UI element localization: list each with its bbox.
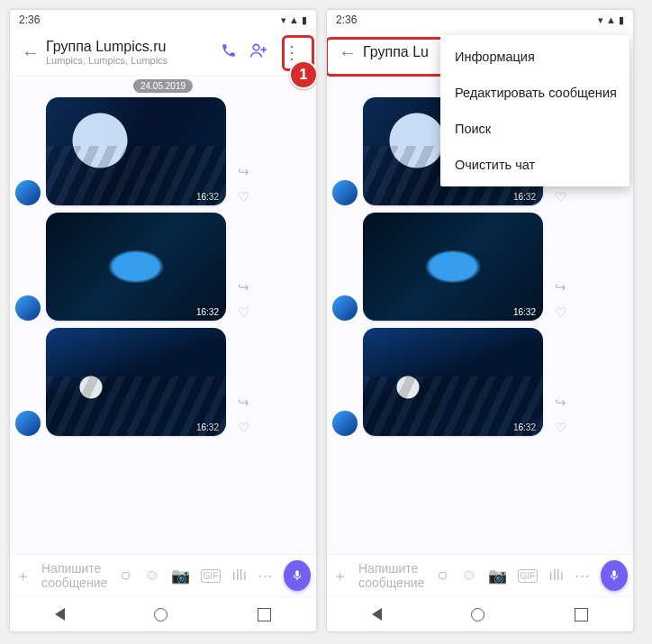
message-time: 16:32	[513, 307, 536, 317]
message-time: 16:32	[513, 192, 536, 202]
back-icon[interactable]: ←	[332, 42, 363, 63]
message-input[interactable]: Напишите сообщение	[358, 561, 424, 590]
status-bar: 2:36 ▾ ▲ ▮	[327, 10, 633, 30]
share-icon[interactable]: ↪	[555, 279, 566, 295]
emoji-icon[interactable]: ☺	[144, 567, 159, 585]
attach-icon[interactable]: ＋	[332, 566, 348, 586]
message-time: 16:32	[196, 192, 219, 202]
more-input-icon[interactable]: ⋯	[575, 567, 590, 585]
mic-button[interactable]	[601, 560, 628, 591]
nav-recent[interactable]	[575, 608, 588, 621]
message-row: 16:32 ↪ ♡	[15, 213, 311, 321]
message-image[interactable]: 16:32	[363, 328, 543, 436]
menu-item-search[interactable]: Поиск	[440, 111, 629, 147]
message-input[interactable]: Напишите сообщение	[41, 561, 107, 590]
chat-area[interactable]: 24.05.2019 16:32 ↪ ♡ 16:32 ↪ ♡ 1	[10, 76, 316, 554]
share-icon[interactable]: ↪	[238, 279, 249, 295]
phone-screen-left: 2:36 ▾ ▲ ▮ ← Группа Lumpics.ru Lumpics, …	[9, 9, 317, 632]
appbar-actions	[221, 41, 311, 64]
options-menu: Информация Редактировать сообщения Поиск…	[440, 35, 629, 186]
battery-icon: ▮	[302, 14, 307, 26]
reaction-column: ↪ ♡	[231, 164, 255, 205]
more-icon	[283, 41, 301, 63]
share-icon[interactable]: ↪	[238, 395, 249, 411]
cat-sticker-icon[interactable]: ㅇ	[435, 566, 450, 586]
signal-icon: ▲	[606, 14, 616, 25]
wifi-icon: ▾	[598, 14, 603, 26]
message-row: 16:32 ↪ ♡	[15, 328, 311, 436]
nav-back[interactable]	[55, 608, 65, 621]
heart-icon[interactable]: ♡	[238, 304, 249, 321]
message-time: 16:32	[196, 422, 219, 432]
nav-home[interactable]	[471, 608, 484, 621]
call-icon[interactable]	[221, 42, 237, 63]
chat-title: Группа Lumpics.ru	[46, 39, 221, 55]
annotation-badge-1: 1	[289, 60, 317, 89]
menu-item-info[interactable]: Информация	[440, 39, 629, 75]
android-nav-bar	[327, 596, 633, 631]
heart-icon[interactable]: ♡	[555, 420, 566, 436]
back-icon[interactable]: ←	[15, 42, 46, 63]
nav-back[interactable]	[372, 608, 382, 621]
camera-icon[interactable]: 📷	[171, 567, 190, 585]
wifi-icon: ▾	[281, 14, 286, 26]
gif-icon[interactable]: GIF	[201, 569, 222, 583]
avatar[interactable]	[332, 180, 358, 205]
gif-icon[interactable]: GIF	[518, 569, 539, 583]
avatar[interactable]	[332, 411, 358, 436]
title-block[interactable]: Группа Lumpics.ru Lumpics, Lumpics, Lump…	[46, 39, 221, 66]
chat-subtitle: Lumpics, Lumpics, Lumpics	[46, 55, 221, 66]
mic-button[interactable]	[284, 560, 311, 591]
avatar[interactable]	[15, 180, 41, 205]
heart-icon[interactable]: ♡	[555, 304, 566, 321]
avatar[interactable]	[15, 295, 41, 321]
message-row: 16:32 ↪♡	[332, 213, 628, 321]
emoji-icon[interactable]: ☺	[461, 567, 476, 585]
input-bar: ＋ Напишите сообщение ㅇ ☺ 📷 GIF ıllı ⋯	[327, 554, 633, 596]
message-image[interactable]: 16:32	[46, 213, 226, 321]
status-icons: ▾ ▲ ▮	[598, 14, 624, 26]
avatar[interactable]	[332, 295, 358, 321]
message-time: 16:32	[196, 307, 219, 317]
audio-icon[interactable]: ıllı	[231, 567, 247, 585]
android-nav-bar	[10, 596, 316, 631]
signal-icon: ▲	[289, 14, 299, 25]
heart-icon[interactable]: ♡	[555, 189, 566, 205]
message-image[interactable]: 16:32	[46, 328, 226, 436]
svg-point-0	[253, 44, 259, 50]
add-user-icon[interactable]	[249, 41, 267, 64]
status-time: 2:36	[19, 14, 40, 26]
camera-icon[interactable]: 📷	[488, 567, 507, 585]
status-icons: ▾ ▲ ▮	[281, 14, 307, 26]
nav-home[interactable]	[154, 608, 168, 621]
message-image[interactable]: 16:32	[46, 97, 226, 205]
heart-icon[interactable]: ♡	[238, 420, 249, 436]
attach-icon[interactable]: ＋	[15, 566, 31, 586]
heart-icon[interactable]: ♡	[238, 189, 249, 205]
battery-icon: ▮	[619, 14, 624, 26]
message-row: 16:32 ↪ ♡	[15, 97, 311, 205]
menu-item-clear[interactable]: Очистить чат	[440, 147, 629, 183]
phone-screen-right: 2:36 ▾ ▲ ▮ ← Группа Lu Информация Редакт…	[326, 9, 634, 632]
status-time: 2:36	[336, 14, 357, 26]
message-row: 16:32 ↪♡	[332, 328, 628, 436]
input-bar: ＋ Напишите сообщение ㅇ ☺ 📷 GIF ıllı ⋯	[10, 554, 316, 596]
cat-sticker-icon[interactable]: ㅇ	[118, 566, 133, 586]
status-bar: 2:36 ▾ ▲ ▮	[10, 10, 316, 30]
share-icon[interactable]: ↪	[238, 164, 249, 180]
menu-item-edit[interactable]: Редактировать сообщения	[440, 75, 629, 111]
avatar[interactable]	[15, 411, 41, 436]
message-image[interactable]: 16:32	[363, 213, 543, 321]
more-input-icon[interactable]: ⋯	[258, 567, 273, 585]
date-badge: 24.05.2019	[133, 79, 193, 93]
reaction-column: ↪ ♡	[231, 279, 255, 321]
nav-recent[interactable]	[258, 608, 271, 621]
message-time: 16:32	[513, 422, 536, 432]
audio-icon[interactable]: ıllı	[548, 567, 564, 585]
share-icon[interactable]: ↪	[555, 395, 566, 411]
reaction-column: ↪ ♡	[231, 395, 255, 436]
app-bar: ← Группа Lumpics.ru Lumpics, Lumpics, Lu…	[10, 30, 316, 76]
